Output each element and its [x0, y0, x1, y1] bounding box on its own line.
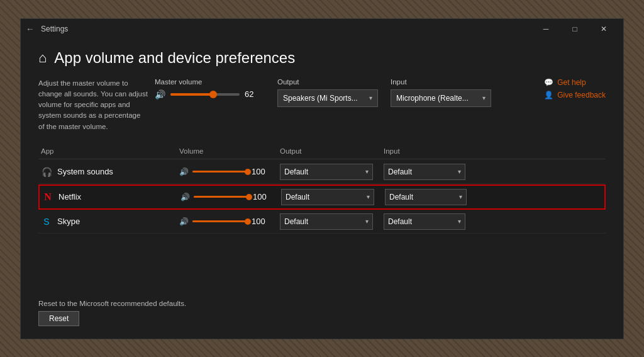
vol-icon-skype: 🔊 [179, 217, 189, 226]
volume-icon: 🔊 [155, 89, 165, 99]
page-content: ⌂ App volume and device preferences Adju… [21, 39, 623, 339]
input-arrow-netflix: ▾ [459, 193, 462, 200]
vol-cell-netflix: 🔊 100 [178, 192, 279, 201]
window-controls: ─ □ ✕ [531, 19, 618, 39]
page-header: ⌂ App volume and device preferences [38, 49, 606, 67]
vol-value-ss: 100 [252, 167, 265, 176]
feedback-link[interactable]: 👤 Give feedback [544, 91, 606, 99]
output-section: Output Speakers (Mi Sports... ▾ [277, 78, 378, 107]
app-name-systemsounds: System sounds [57, 167, 113, 176]
vol-slider-netflix[interactable] [194, 196, 249, 198]
maximize-button[interactable]: □ [560, 19, 589, 39]
input-dropdown[interactable]: Microphone (Realte... ▾ [391, 89, 491, 107]
input-dropdown-skype[interactable]: Default ▾ [384, 213, 465, 230]
vol-cell-systemsounds: 🔊 100 [177, 167, 277, 176]
header-app: App [38, 146, 177, 156]
vol-value-netflix: 100 [253, 192, 267, 201]
reset-button[interactable]: Reset [38, 311, 79, 326]
input-arrow-ss: ▾ [458, 168, 461, 175]
netflix-icon: N [42, 191, 53, 203]
vol-icon-netflix: 🔊 [180, 193, 190, 201]
vol-value-skype: 100 [252, 217, 265, 226]
feedback-icon: 👤 [544, 91, 553, 99]
output-cell-ss: Default ▾ [277, 164, 381, 180]
app-cell-skype: S Skype [38, 216, 177, 227]
settings-window: ← Settings ─ □ ✕ ⌂ App volume and device… [20, 18, 624, 339]
header-volume: Volume [177, 146, 277, 156]
table-header: App Volume Output Input [38, 144, 606, 159]
table-row: 🎧 System sounds 🔊 100 Default ▾ [38, 161, 606, 184]
reset-section: Reset to the Microsoft recommended defau… [38, 300, 606, 326]
output-cell-skype: Default ▾ [277, 213, 381, 230]
output-arrow-netflix: ▾ [367, 193, 370, 200]
titlebar-title: Settings [41, 25, 531, 33]
skype-icon: S [41, 216, 52, 227]
minimize-button[interactable]: ─ [531, 19, 560, 39]
output-dropdown-netflix[interactable]: Default ▾ [281, 189, 374, 205]
output-cell-netflix: Default ▾ [279, 189, 382, 205]
master-volume-row: 🔊 62 [155, 89, 258, 99]
output-arrow-ss: ▾ [365, 168, 369, 175]
output-dropdown-skype[interactable]: Default ▾ [280, 213, 373, 230]
output-dropdown-ss[interactable]: Default ▾ [280, 164, 373, 180]
app-cell-netflix: N Netflix [40, 191, 178, 203]
app-table: App Volume Output Input 🎧 System sounds … [38, 144, 606, 291]
vol-slider-skype[interactable] [192, 220, 248, 222]
master-volume-section: Master volume 🔊 62 [155, 78, 258, 99]
get-help-link[interactable]: 💬 Get help [544, 78, 606, 87]
header-output: Output [277, 146, 381, 156]
output-dropdown-arrow: ▾ [369, 94, 372, 101]
master-volume-slider[interactable] [170, 93, 240, 96]
help-section: 💬 Get help 👤 Give feedback [544, 78, 606, 99]
table-row-skype: S Skype 🔊 100 Default ▾ [38, 210, 606, 234]
titlebar: ← Settings ─ □ ✕ [21, 19, 623, 39]
vol-cell-skype: 🔊 100 [177, 217, 277, 226]
header-input: Input [381, 146, 469, 156]
input-dropdown-arrow: ▾ [482, 94, 486, 101]
vol-icon-ss: 🔊 [179, 167, 189, 176]
page-title: App volume and device preferences [54, 49, 295, 67]
headphone-icon: 🎧 [41, 166, 52, 178]
output-arrow-skype: ▾ [365, 218, 369, 225]
reset-description: Reset to the Microsoft recommended defau… [38, 300, 606, 307]
output-label: Output [277, 78, 378, 86]
top-controls: Adjust the master volume to change all s… [38, 78, 606, 132]
vol-slider-systemsounds[interactable] [192, 171, 248, 173]
input-label: Input [391, 78, 491, 86]
input-dropdown-ss[interactable]: Default ▾ [384, 164, 465, 180]
master-volume-value: 62 [245, 89, 258, 99]
input-dropdown-netflix[interactable]: Default ▾ [385, 189, 467, 205]
home-icon: ⌂ [38, 50, 47, 66]
input-cell-netflix: Default ▾ [382, 189, 470, 205]
close-button[interactable]: ✕ [589, 19, 618, 39]
app-name-netflix: Netflix [58, 192, 81, 201]
app-name-skype: Skype [57, 217, 80, 226]
table-row-netflix: N Netflix 🔊 100 Default ▾ [38, 184, 606, 210]
chat-icon: 💬 [544, 78, 553, 87]
back-button[interactable]: ← [26, 24, 35, 34]
input-section: Input Microphone (Realte... ▾ [391, 78, 491, 107]
app-cell-systemsounds: 🎧 System sounds [38, 166, 177, 178]
input-arrow-skype: ▾ [458, 218, 461, 225]
master-volume-label: Master volume [155, 78, 258, 86]
description-text: Adjust the master volume to change all s… [38, 78, 148, 132]
input-cell-ss: Default ▾ [381, 164, 469, 180]
input-cell-skype: Default ▾ [381, 213, 469, 230]
output-dropdown[interactable]: Speakers (Mi Sports... ▾ [277, 89, 378, 107]
